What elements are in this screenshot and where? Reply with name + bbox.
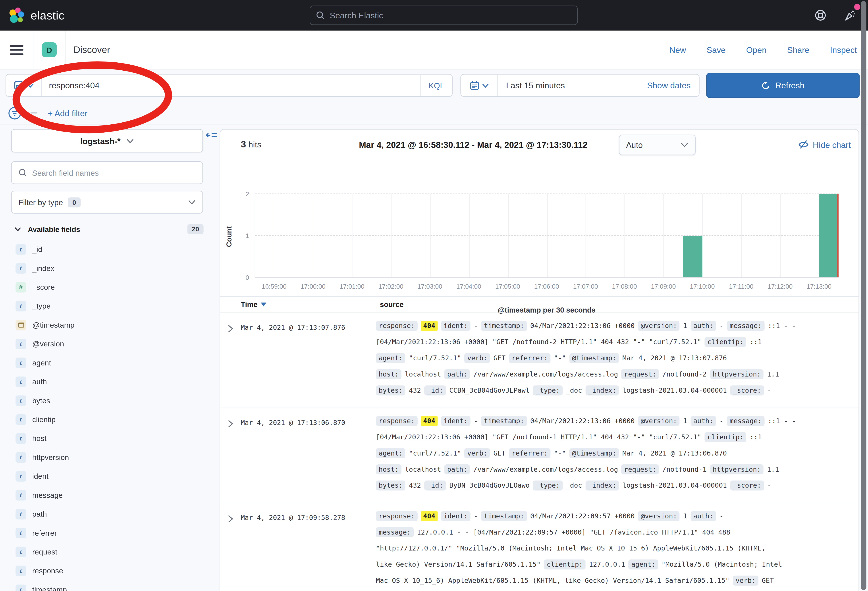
discover-main-panel: 3 hits Mar 4, 2021 @ 16:58:30.112 - Mar … bbox=[220, 129, 859, 591]
field-item-ident[interactable]: tident bbox=[0, 467, 220, 485]
field-name: auth bbox=[32, 377, 47, 386]
menu-icon[interactable] bbox=[10, 45, 23, 55]
index-pattern-selector[interactable]: logstash-* bbox=[11, 129, 203, 152]
elastic-logo[interactable]: elastic bbox=[0, 6, 64, 24]
action-inspect[interactable]: Inspect bbox=[830, 45, 857, 55]
saved-query-menu[interactable] bbox=[6, 75, 42, 96]
table-row: Mar 4, 2021 @ 17:13:07.876response:404id… bbox=[220, 313, 859, 408]
text-field-icon: t bbox=[15, 263, 26, 273]
text-field-icon: t bbox=[15, 301, 26, 311]
field-pill: agent: bbox=[376, 353, 406, 363]
source-text: /var/www/example.com/logs/access.log bbox=[473, 465, 618, 473]
help-icon[interactable] bbox=[814, 9, 827, 22]
field-item-_index[interactable]: t_index bbox=[0, 259, 220, 277]
field-item-_id[interactable]: t_id bbox=[0, 240, 220, 259]
field-item-_score[interactable]: #_score bbox=[0, 278, 220, 296]
field-item-bytes[interactable]: tbytes bbox=[0, 391, 220, 410]
source-text: - bbox=[719, 512, 723, 520]
histogram-bar-17:09:30[interactable] bbox=[683, 235, 703, 277]
field-name: _score bbox=[32, 283, 55, 291]
field-search-input[interactable] bbox=[32, 168, 196, 177]
expand-row-icon[interactable] bbox=[226, 324, 234, 333]
field-pill: httpversion: bbox=[710, 464, 764, 474]
field-item-@timestamp[interactable]: @timestamp bbox=[0, 315, 220, 334]
field-item-referrer[interactable]: treferrer bbox=[0, 523, 220, 542]
available-fields-toggle[interactable]: Available fields 20 bbox=[15, 222, 204, 236]
field-item-timestamp[interactable]: ttimestamp bbox=[0, 580, 220, 591]
documents-table: Time _source Mar 4, 2021 @ 17:13:07.876r… bbox=[220, 296, 859, 591]
x-tick-label: 17:04:00 bbox=[456, 283, 481, 290]
field-pill: referrer: bbox=[509, 353, 551, 363]
refresh-button[interactable]: Refresh bbox=[706, 73, 859, 98]
global-search-input[interactable] bbox=[330, 10, 572, 20]
field-search-box[interactable] bbox=[11, 161, 203, 184]
text-field-icon: t bbox=[15, 471, 26, 482]
global-search[interactable] bbox=[310, 6, 578, 25]
vertical-scrollbar[interactable] bbox=[861, 1, 866, 590]
chevron-down-icon bbox=[126, 138, 134, 143]
action-open[interactable]: Open bbox=[746, 45, 767, 55]
show-dates-button[interactable]: Show dates bbox=[647, 81, 699, 90]
hide-chart-button[interactable]: Hide chart bbox=[798, 140, 851, 150]
kql-query-input[interactable] bbox=[41, 81, 420, 90]
field-pill: @timestamp: bbox=[569, 353, 619, 363]
field-pill: agent: bbox=[376, 448, 406, 458]
time-column-header[interactable]: Time bbox=[241, 300, 266, 309]
field-item-path[interactable]: tpath bbox=[0, 504, 220, 523]
query-language-button[interactable]: KQL bbox=[420, 75, 452, 96]
field-pill: bytes: bbox=[376, 386, 406, 395]
field-item-host[interactable]: thost bbox=[0, 429, 220, 448]
action-new[interactable]: New bbox=[669, 45, 686, 55]
interval-select[interactable]: Auto bbox=[619, 134, 695, 155]
action-share[interactable]: Share bbox=[787, 45, 810, 55]
chevron-down-icon bbox=[188, 199, 196, 205]
add-filter-button[interactable]: + Add filter bbox=[48, 108, 87, 118]
action-save[interactable]: Save bbox=[707, 45, 726, 55]
filter-icon[interactable] bbox=[8, 106, 22, 120]
time-range-display: Mar 4, 2021 @ 16:58:30.112 - Mar 4, 2021… bbox=[359, 140, 588, 150]
filter-by-type-select[interactable]: Filter by type 0 bbox=[11, 191, 203, 214]
field-item-request[interactable]: trequest bbox=[0, 542, 220, 561]
text-field-icon: t bbox=[15, 452, 26, 462]
source-text: "http://127.0.0.1/" "Mozilla/5.0 (Macint… bbox=[376, 545, 766, 552]
histogram-bar-17:13:00[interactable] bbox=[819, 194, 838, 277]
query-input-box[interactable]: KQL bbox=[6, 74, 453, 97]
source-text: localhost bbox=[405, 465, 441, 473]
available-fields-count: 20 bbox=[187, 224, 204, 234]
time-range-button[interactable]: Last 15 minutes bbox=[498, 81, 647, 90]
field-name: agent bbox=[32, 358, 51, 367]
x-tick-label: 17:02:00 bbox=[378, 283, 403, 290]
filter-bar: + Add filter bbox=[0, 101, 868, 125]
chart-plot-area[interactable] bbox=[255, 194, 838, 278]
date-quick-menu[interactable] bbox=[461, 75, 498, 96]
refresh-icon bbox=[761, 81, 770, 90]
expand-row-icon[interactable] bbox=[226, 514, 234, 523]
field-name: referrer bbox=[32, 529, 57, 537]
field-item-auth[interactable]: tauth bbox=[0, 372, 220, 391]
field-item-agent[interactable]: tagent bbox=[0, 353, 220, 372]
refresh-label: Refresh bbox=[775, 81, 805, 90]
source-text: Mar 4, 2021 @ 17:13:07.876 bbox=[622, 354, 727, 362]
collapse-sidebar-icon[interactable] bbox=[206, 131, 217, 142]
x-tick-label: 17:00:00 bbox=[301, 283, 325, 290]
field-item-@version[interactable]: t@version bbox=[0, 334, 220, 353]
field-item-response[interactable]: tresponse bbox=[0, 561, 220, 580]
field-name: _index bbox=[32, 264, 55, 272]
field-pill: @version: bbox=[638, 511, 680, 521]
text-field-icon: t bbox=[15, 395, 26, 406]
field-item-clientip[interactable]: tclientip bbox=[0, 410, 220, 429]
field-item-message[interactable]: tmessage bbox=[0, 485, 220, 504]
x-tick-label: 17:07:00 bbox=[573, 283, 598, 290]
news-feed-icon[interactable] bbox=[843, 9, 857, 22]
field-item-httpversion[interactable]: thttpversion bbox=[0, 448, 220, 467]
field-name: request bbox=[32, 548, 57, 556]
field-item-_type[interactable]: t_type bbox=[0, 296, 220, 315]
field-pill: verb: bbox=[733, 576, 759, 585]
app-badge[interactable]: D bbox=[41, 42, 57, 57]
saved-query-icon bbox=[14, 81, 23, 90]
field-name: message bbox=[32, 491, 63, 499]
field-pill: agent: bbox=[629, 560, 658, 570]
field-name: bytes bbox=[32, 396, 50, 405]
expand-row-icon[interactable] bbox=[226, 419, 234, 428]
fields-sidebar: logstash-* Filter by type 0 bbox=[0, 125, 220, 591]
